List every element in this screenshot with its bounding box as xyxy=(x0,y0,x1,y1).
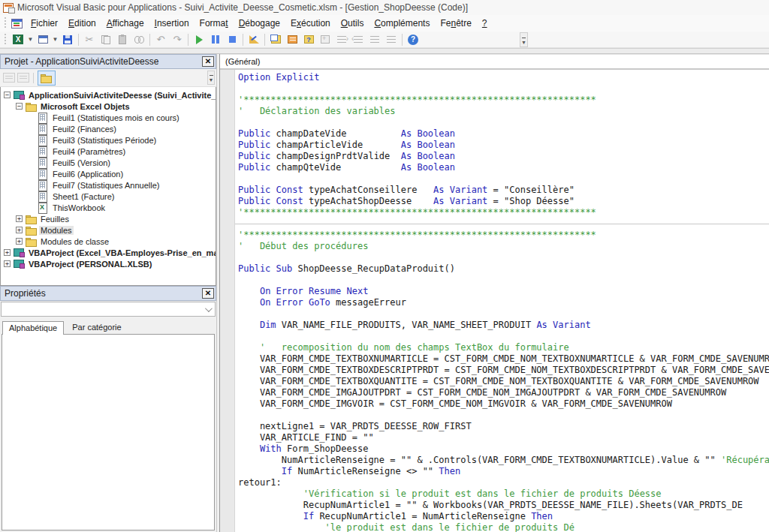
object-dropdown-bar[interactable]: (Général) xyxy=(220,54,769,70)
indent-icon[interactable] xyxy=(333,32,350,47)
collapse-icon[interactable]: − xyxy=(4,92,11,98)
code-line[interactable] xyxy=(238,252,769,263)
code-line[interactable]: Public champQteVide As Boolean xyxy=(238,162,769,173)
code-line[interactable]: VAR_FORM_CMDE_TEXTBOXDESCRIPTPRDT = CST_… xyxy=(238,365,769,376)
insert-userform-icon[interactable] xyxy=(35,32,51,47)
code-line[interactable] xyxy=(238,410,769,421)
undo-icon[interactable]: ↶ xyxy=(152,32,169,47)
code-line[interactable]: With Form_ShopDeesse xyxy=(238,443,769,455)
toolbar-grip[interactable] xyxy=(4,34,8,46)
expand-icon[interactable]: + xyxy=(4,249,11,256)
code-line[interactable]: Dim VAR_NAME_FILE_PRODUITS, VAR_NAME_SHE… xyxy=(238,320,769,331)
copy-icon[interactable] xyxy=(98,32,114,47)
project-explorer-icon[interactable] xyxy=(267,32,284,47)
code-line[interactable]: Public Const typeAchatShopDeesse As Vari… xyxy=(238,196,769,207)
toggle-folders-button[interactable] xyxy=(38,71,56,86)
bookmark-icon[interactable] xyxy=(383,32,400,47)
code-line[interactable] xyxy=(238,331,769,342)
paste-icon[interactable] xyxy=(114,32,131,47)
code-line[interactable]: ' recomposition du nom des champs TextBo… xyxy=(238,342,769,353)
code-line[interactable]: 'le produit est dans le fichier de produ… xyxy=(238,522,769,532)
tree-item[interactable]: +VBAProject (PERSONAL.XLSB) xyxy=(1,258,216,269)
code-line[interactable]: VAR_FORM_CMDE_TEXTBOXQUANTITE = CST_FORM… xyxy=(238,376,769,387)
tree-item[interactable]: +Feuilles xyxy=(1,213,216,224)
toolbar-options-button[interactable]: ▼ xyxy=(520,32,528,47)
tree-item[interactable]: +Modules de classe xyxy=(1,236,216,247)
tree-item[interactable]: Sheet1 (Facture) xyxy=(1,191,216,202)
menu-item-fichier[interactable]: Fichier xyxy=(26,16,63,31)
code-line[interactable]: '***************************************… xyxy=(238,230,769,241)
code-line[interactable]: ' Déclaration des variables xyxy=(238,106,769,117)
tree-item[interactable]: Feuil5 (Version) xyxy=(1,157,216,168)
tab-alphabétique[interactable]: Alphabétique xyxy=(2,321,64,335)
code-line[interactable]: On Error GoTo messageErreur xyxy=(238,297,769,308)
code-line[interactable]: retour1: xyxy=(238,477,769,488)
tree-item[interactable]: Feuil6 (Application) xyxy=(1,168,216,179)
tree-item[interactable]: +Modules xyxy=(1,224,216,236)
menubar-grip[interactable] xyxy=(4,17,8,29)
code-line[interactable]: nextLigne1 = VAR_PRDTS_DEESSE_ROW_FIRST xyxy=(238,421,769,432)
code-line[interactable] xyxy=(238,83,769,95)
code-line[interactable]: ' Début des procédures xyxy=(238,241,769,252)
code-line[interactable]: If NumArticleRenseigne <> "" Then xyxy=(238,466,769,477)
properties-object-dropdown[interactable] xyxy=(1,302,216,317)
properties-panel-close-icon[interactable]: ✕ xyxy=(202,288,214,299)
code-line[interactable]: VAR_ARTICLE_FIND = "" xyxy=(238,432,769,443)
project-toolbar-options-button[interactable]: ▼ xyxy=(207,71,215,85)
code-line[interactable]: If RecupNumArticle1 = NumArticleRenseign… xyxy=(238,511,769,522)
menu-item-outils[interactable]: Outils xyxy=(336,16,369,31)
menu-item-compl-ments[interactable]: Compléments xyxy=(369,16,435,31)
view-object-icon[interactable] xyxy=(17,73,29,83)
tree-item[interactable]: −Microsoft Excel Objets xyxy=(1,101,216,112)
code-line[interactable] xyxy=(238,218,769,230)
view-microsoft-excel-icon[interactable]: X xyxy=(10,32,26,47)
tree-item[interactable]: Feuil4 (Paramètres) xyxy=(1,146,216,157)
menu-item-insertion[interactable]: Insertion xyxy=(149,16,195,31)
tree-item[interactable]: Feuil1 (Statistiques mois en cours) xyxy=(1,112,216,123)
menu-item-format[interactable]: Format xyxy=(195,16,234,31)
menu-item-edition[interactable]: Edition xyxy=(63,16,101,31)
find-icon[interactable] xyxy=(131,32,147,47)
code-line[interactable] xyxy=(238,308,769,320)
code-line[interactable]: Public champArticleVide As Boolean xyxy=(238,140,769,151)
code-editor[interactable]: Option Explicit '***********************… xyxy=(235,70,769,532)
expand-icon[interactable]: + xyxy=(16,215,23,222)
project-panel-close-icon[interactable]: ✕ xyxy=(202,56,214,67)
tree-item[interactable]: Feuil2 (Finances) xyxy=(1,123,216,134)
code-line[interactable]: '***************************************… xyxy=(238,207,769,218)
tree-item[interactable]: ThisWorkbook xyxy=(1,202,216,213)
object-browser-icon[interactable]: ? xyxy=(300,32,317,47)
code-line[interactable]: Public Sub ShopDeesse_RecupDataProduit() xyxy=(238,263,769,275)
menu-item-d-bogage[interactable]: Débogage xyxy=(234,16,285,31)
properties-list[interactable] xyxy=(2,334,215,531)
help-icon[interactable]: ? xyxy=(405,32,421,47)
expand-icon[interactable]: + xyxy=(16,227,23,233)
code-line[interactable] xyxy=(238,173,769,185)
insert-userform-dropdown-caret[interactable]: ▼ xyxy=(51,32,59,47)
tree-item[interactable]: Feuil3 (Statistiques Période) xyxy=(1,134,216,146)
tab-par-catégorie[interactable]: Par catégorie xyxy=(65,320,128,334)
cut-icon[interactable]: ✂ xyxy=(81,32,98,47)
margin-indicator-bar[interactable] xyxy=(220,70,235,532)
collapse-icon[interactable]: − xyxy=(16,103,23,110)
code-line[interactable]: NumArticleRenseigne = "" & .Controls(VAR… xyxy=(238,455,769,466)
design-mode-icon[interactable] xyxy=(246,32,262,47)
outdent-icon[interactable] xyxy=(350,32,366,47)
reset-icon[interactable] xyxy=(224,32,240,47)
tree-item[interactable]: Feuil7 (Statistiques Annuelle) xyxy=(1,179,216,191)
save-icon[interactable] xyxy=(59,32,76,47)
menu-item-fen-tre[interactable]: Fenêtre xyxy=(435,16,476,31)
code-line[interactable]: Public champDateVide As Boolean xyxy=(238,128,769,140)
toolbox-icon[interactable] xyxy=(317,32,333,47)
break-icon[interactable] xyxy=(207,32,224,47)
expand-icon[interactable]: + xyxy=(4,260,11,267)
redo-icon[interactable]: ↷ xyxy=(169,32,185,47)
menu-item-ex-cution[interactable]: Exécution xyxy=(285,16,336,31)
run-icon[interactable] xyxy=(191,32,207,47)
menu-item-affichage[interactable]: Affichage xyxy=(101,16,149,31)
tree-item[interactable]: −ApplicationSuiviActiviteDeesse (Suivi_A… xyxy=(1,89,216,101)
comment-block-icon[interactable] xyxy=(366,32,383,47)
code-line[interactable]: Public champDesignPrdtValide As Boolean xyxy=(238,151,769,162)
code-line[interactable]: '***************************************… xyxy=(238,95,769,106)
code-line[interactable]: VAR_FORM_CMDE_IMGVOIR = CST_FORM_CMDE_NO… xyxy=(238,398,769,410)
